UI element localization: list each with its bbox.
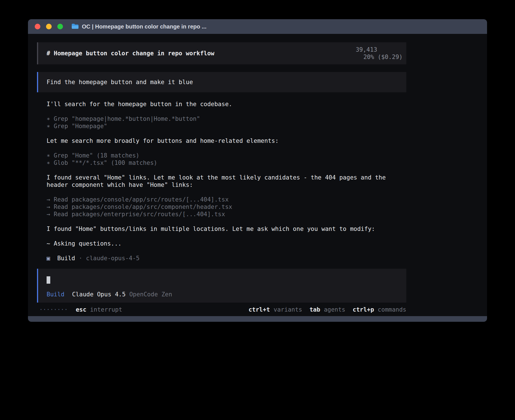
- tool-call-line: ∗ Grep "homepage|home.*button|Home.*butt…: [47, 115, 406, 123]
- assistant-line: ~ Asking questions...: [47, 240, 406, 247]
- ctrl-p-key: ctrl+p: [353, 306, 374, 313]
- user-message: Find the homepage button and make it blu…: [37, 72, 406, 92]
- window-title: OC | Homepage button color change in rep…: [82, 23, 206, 30]
- tab-label: agents: [324, 306, 345, 313]
- spinner-dots: ········: [39, 306, 68, 313]
- tool-call-group: ∗ Grep "homepage|home.*button|Home.*butt…: [47, 115, 406, 130]
- assistant-line: Let me search more broadly for buttons a…: [47, 137, 406, 145]
- ctrl-t-label: variants: [274, 306, 302, 313]
- ctrl-t-key: ctrl+t: [248, 306, 270, 313]
- text-cursor: [47, 276, 50, 284]
- ctrl-p-label: commands: [378, 306, 406, 313]
- tool-call-line: ∗ Grep "Home" (18 matches): [47, 152, 406, 159]
- assistant-line: I'll search for the homepage button in t…: [47, 100, 406, 108]
- agent-model: claude-opus-4-5: [86, 255, 140, 262]
- tool-call-line: → Read packages/console/app/src/routes/[…: [47, 196, 406, 203]
- assistant-line: I found several "Home" links. Let me loo…: [47, 174, 406, 181]
- tui-column: # Homepage button color change in repo w…: [37, 42, 406, 313]
- assistant-text: I found several "Home" links. Let me loo…: [47, 174, 406, 189]
- tool-call-line: → Read packages/enterprise/src/routes/[.…: [47, 211, 406, 218]
- composer-model: Claude Opus 4.5: [72, 291, 126, 298]
- composer-provider: OpenCode Zen: [129, 291, 172, 298]
- context-usage: 20% ($0.29): [363, 54, 403, 60]
- traffic-lights: [35, 24, 63, 29]
- close-button[interactable]: [35, 24, 40, 29]
- tab-key: tab: [309, 306, 320, 313]
- shortcut-agents: tabagents: [309, 306, 345, 313]
- terminal-screen: # Homepage button color change in repo w…: [28, 34, 487, 316]
- session-title: # Homepage button color change in repo w…: [47, 50, 320, 57]
- assistant-working-text: ~ Asking questions...: [47, 240, 406, 247]
- composer-meta: BuildClaude Opus 4.5OpenCode Zen: [47, 291, 406, 298]
- session-header: # Homepage button color change in repo w…: [37, 42, 406, 64]
- terminal-window: OC | Homepage button color change in rep…: [28, 19, 487, 322]
- shortcut-variants: ctrl+tvariants: [248, 306, 302, 313]
- status-bar-right: ctrl+tvariants tabagents ctrl+pcommands: [248, 306, 406, 313]
- status-bar: ········ esc interrupt ctrl+tvariants ta…: [37, 306, 406, 313]
- separator-dot: ·: [79, 255, 82, 262]
- assistant-text: I'll search for the homepage button in t…: [47, 100, 406, 108]
- window-titlebar: OC | Homepage button color change in rep…: [28, 19, 487, 34]
- assistant-transcript: I'll search for the homepage button in t…: [37, 100, 406, 262]
- zoom-button[interactable]: [57, 24, 63, 29]
- shortcut-commands: ctrl+pcommands: [353, 306, 406, 313]
- prompt-input[interactable]: BuildClaude Opus 4.5OpenCode Zen: [37, 269, 406, 303]
- tool-call-line: ∗ Glob "**/*.tsx" (100 matches): [47, 159, 406, 167]
- token-count: 39,413: [356, 46, 377, 53]
- assistant-line: I found "Home" buttons/links in multiple…: [47, 225, 406, 233]
- titlebar-title-group: OC | Homepage button color change in rep…: [71, 23, 206, 30]
- tool-call-group: → Read packages/console/app/src/routes/[…: [47, 196, 406, 218]
- session-stats: 39,413 20% ($0.29): [320, 39, 403, 68]
- agent-status-line: ▣Build·claude-opus-4-5: [47, 255, 406, 262]
- minimize-button[interactable]: [46, 24, 52, 29]
- esc-key-hint: esc: [76, 306, 86, 313]
- assistant-line: header component which have "Home" links…: [47, 181, 406, 189]
- tool-call-line: ∗ Grep "Homepage": [47, 123, 406, 130]
- user-message-text: Find the homepage button and make it blu…: [47, 78, 193, 86]
- tool-call-group: ∗ Grep "Home" (18 matches) ∗ Glob "**/*.…: [47, 152, 406, 167]
- agent-name: Build: [57, 255, 75, 262]
- status-bar-left: ········ esc interrupt: [39, 306, 122, 313]
- assistant-text: Let me search more broadly for buttons a…: [47, 137, 406, 145]
- agent-square-icon: ▣: [47, 255, 50, 262]
- esc-key-label: interrupt: [90, 306, 122, 313]
- tool-call-line: → Read packages/console/app/src/componen…: [47, 203, 406, 211]
- composer-agent-mode: Build: [47, 291, 64, 298]
- assistant-text: I found "Home" buttons/links in multiple…: [47, 225, 406, 233]
- folder-icon: [71, 23, 79, 30]
